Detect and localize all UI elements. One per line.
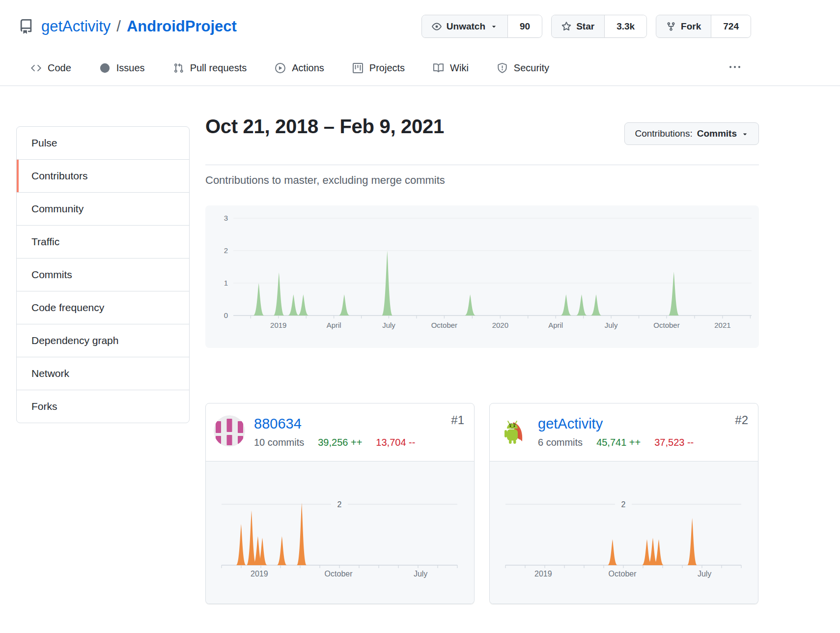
fork-button-group: Fork 724: [656, 15, 751, 38]
sidebar-item-traffic[interactable]: Traffic: [17, 226, 189, 259]
identicon-avatar: [214, 415, 245, 447]
tab-wiki-label: Wiki: [450, 62, 469, 74]
tab-security-label: Security: [514, 62, 549, 74]
contributor-commit-count: 6 commits: [538, 437, 583, 448]
contributor-username[interactable]: getActivity: [538, 416, 603, 432]
svg-text:April: April: [548, 321, 563, 329]
svg-text:0: 0: [224, 311, 228, 319]
contributions-filter-button[interactable]: Contributions: Commits: [624, 122, 759, 145]
play-circle-icon: [275, 63, 285, 73]
svg-text:1: 1: [224, 279, 228, 287]
fork-label: Fork: [681, 21, 701, 32]
page-container: getActivity / AndroidProject Unwatch 90 …: [16, 0, 759, 49]
repo-header: getActivity / AndroidProject Unwatch 90 …: [16, 0, 759, 49]
avatar[interactable]: [498, 415, 529, 447]
unwatch-button[interactable]: Unwatch: [422, 15, 507, 37]
star-button[interactable]: Star: [552, 15, 604, 37]
git-pull-request-icon: [173, 63, 184, 73]
svg-text:July: July: [382, 321, 395, 329]
tab-actions[interactable]: Actions: [271, 56, 328, 86]
kebab-horizontal-icon: [729, 62, 740, 73]
star-button-group: Star 3.3k: [551, 15, 647, 38]
tab-wiki[interactable]: Wiki: [429, 56, 473, 86]
svg-text:2019: 2019: [534, 570, 552, 578]
svg-text:2: 2: [224, 246, 228, 255]
svg-text:2: 2: [337, 500, 342, 509]
tab-code-label: Code: [48, 62, 71, 74]
svg-text:2019: 2019: [251, 570, 268, 578]
watch-button-group: Unwatch 90: [421, 15, 542, 38]
svg-text:3: 3: [224, 214, 228, 222]
svg-text:October: October: [325, 570, 353, 578]
tab-pull-requests-label: Pull requests: [190, 62, 247, 74]
svg-text:October: October: [653, 321, 679, 329]
tab-code[interactable]: Code: [27, 56, 75, 86]
title-divider: [205, 165, 759, 165]
date-range-heading: Oct 21, 2018 – Feb 9, 2021: [205, 115, 444, 138]
svg-text:October: October: [431, 321, 457, 329]
repo-name-link[interactable]: AndroidProject: [127, 18, 237, 35]
tab-projects[interactable]: Projects: [349, 56, 409, 86]
contributions-filter-value: Commits: [697, 128, 737, 139]
contributor-additions: 45,741 ++: [596, 437, 641, 448]
contributor-deletions: 13,704 --: [376, 437, 415, 448]
insights-content: Pulse Contributors Community Traffic Com…: [16, 115, 759, 604]
chart-subtitle: Contributions to master, excluding merge…: [205, 174, 759, 187]
contributor-1-chart: 22019OctoberJuly: [206, 461, 475, 604]
watch-count[interactable]: 90: [507, 15, 542, 37]
sidebar-item-network[interactable]: Network: [17, 357, 189, 390]
fork-icon: [666, 22, 676, 31]
sidebar-item-contributors[interactable]: Contributors: [17, 160, 189, 193]
tab-projects-label: Projects: [369, 62, 405, 74]
sidebar-item-forks[interactable]: Forks: [17, 390, 189, 423]
sidebar-item-pulse[interactable]: Pulse: [17, 127, 189, 160]
contributor-card-2-chart-area: 22019OctoberJuly: [490, 461, 758, 604]
sidebar-item-dependency-graph[interactable]: Dependency graph: [17, 324, 189, 357]
svg-text:2019: 2019: [270, 321, 286, 329]
tab-actions-label: Actions: [292, 62, 324, 74]
fork-button[interactable]: Fork: [656, 15, 711, 37]
insights-sidebar-menu: Pulse Contributors Community Traffic Com…: [16, 126, 190, 423]
repo-owner-link[interactable]: getActivity: [41, 18, 111, 35]
contributor-rank: #1: [451, 413, 464, 427]
svg-text:2021: 2021: [714, 321, 730, 329]
svg-text:April: April: [327, 321, 341, 329]
contributor-cards: 880634 10 commits 39,256 ++ 13,704 -- #1…: [205, 403, 759, 604]
contributor-card-2-header: getActivity 6 commits 45,741 ++ 37,523 -…: [490, 403, 758, 461]
svg-text:July: July: [414, 570, 427, 578]
contributor-username[interactable]: 880634: [254, 416, 302, 432]
chevron-down-icon: [490, 23, 498, 30]
svg-text:July: July: [698, 570, 711, 578]
tab-issues-label: Issues: [116, 62, 145, 74]
project-icon: [353, 63, 363, 73]
contributor-card-1: 880634 10 commits 39,256 ++ 13,704 -- #1…: [205, 403, 475, 604]
sidebar-item-commits[interactable]: Commits: [17, 259, 189, 291]
sidebar-item-community[interactable]: Community: [17, 193, 189, 226]
book-icon: [433, 63, 444, 73]
fork-count[interactable]: 724: [711, 15, 751, 37]
repo-nav: Code Issues Pull requests Actions Projec…: [16, 49, 759, 86]
svg-text:July: July: [605, 321, 618, 329]
svg-text:October: October: [609, 570, 637, 578]
code-icon: [31, 63, 41, 73]
tab-pull-requests[interactable]: Pull requests: [169, 56, 251, 86]
contributor-commit-count: 10 commits: [254, 437, 304, 448]
star-label: Star: [576, 21, 594, 32]
insights-sidebar: Pulse Contributors Community Traffic Com…: [16, 115, 190, 604]
tab-security[interactable]: Security: [493, 56, 553, 86]
svg-text:2020: 2020: [492, 321, 508, 329]
shield-icon: [497, 63, 507, 73]
avatar[interactable]: [214, 415, 245, 447]
tab-issues[interactable]: Issues: [96, 56, 149, 86]
star-count[interactable]: 3.3k: [604, 15, 646, 37]
contributors-main: Oct 21, 2018 – Feb 9, 2021 Contributions…: [205, 115, 759, 604]
contributor-card-1-chart-area: 22019OctoberJuly: [206, 461, 474, 604]
chevron-down-icon: [741, 130, 749, 138]
repo-nav-wrap: Code Issues Pull requests Actions Projec…: [0, 49, 840, 86]
star-icon: [561, 22, 571, 31]
header-actions: Unwatch 90 Star 3.3k Fork 724: [421, 15, 751, 38]
nav-overflow-button[interactable]: [726, 57, 744, 84]
eye-icon: [432, 22, 442, 31]
repo-title: getActivity / AndroidProject: [19, 18, 237, 35]
sidebar-item-code-frequency[interactable]: Code frequency: [17, 291, 189, 324]
